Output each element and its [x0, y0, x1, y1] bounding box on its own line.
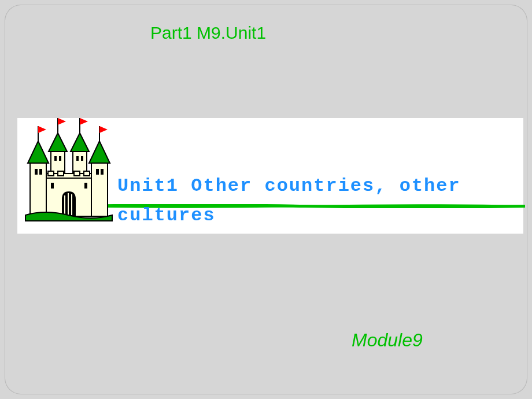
- svg-rect-22: [96, 169, 99, 175]
- svg-rect-33: [51, 183, 54, 189]
- svg-marker-7: [99, 126, 108, 133]
- module-label: Module9: [352, 330, 423, 351]
- svg-marker-8: [49, 133, 67, 152]
- svg-rect-21: [39, 169, 42, 175]
- svg-rect-20: [35, 169, 38, 175]
- svg-rect-23: [101, 169, 104, 175]
- svg-rect-14: [76, 156, 79, 161]
- svg-rect-12: [54, 156, 57, 161]
- title-line-1: Unit1 Other countries, other: [117, 175, 461, 197]
- svg-marker-16: [28, 141, 49, 163]
- title-line-2: cultures: [117, 205, 216, 226]
- slide-header: Part1 M9.Unit1: [150, 23, 266, 43]
- svg-rect-27: [74, 171, 80, 176]
- svg-rect-25: [48, 171, 54, 176]
- svg-marker-17: [89, 141, 110, 163]
- svg-rect-28: [84, 171, 90, 176]
- svg-marker-1: [38, 126, 46, 133]
- castle-icon: [22, 118, 114, 222]
- unit-title: Unit1 Other countries, other cultures: [117, 171, 493, 230]
- header-text: Part1 M9.Unit1: [150, 23, 266, 42]
- slide-container: Part1 M9.Unit1: [5, 5, 527, 394]
- svg-rect-19: [91, 163, 108, 216]
- svg-rect-13: [59, 156, 61, 161]
- svg-marker-3: [58, 118, 66, 125]
- svg-rect-34: [84, 183, 87, 189]
- svg-marker-9: [71, 133, 89, 152]
- svg-marker-5: [80, 118, 88, 125]
- svg-rect-26: [58, 171, 64, 176]
- module-text: Module9: [352, 330, 423, 350]
- svg-rect-15: [81, 156, 83, 161]
- svg-rect-18: [30, 163, 46, 216]
